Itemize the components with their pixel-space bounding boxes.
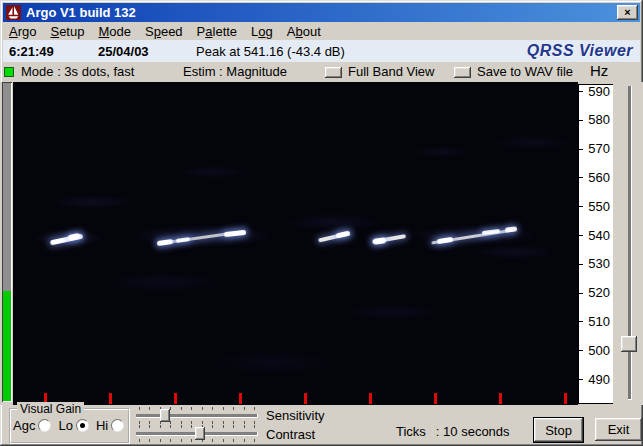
signal-trace [336, 230, 351, 238]
signal-trace [437, 237, 454, 244]
menu-item-setup[interactable]: Setup [50, 24, 84, 39]
visual-gain-groupbox: Visual Gain AgcLoHi [9, 408, 130, 444]
full-band-view-label: Full Band View [348, 64, 434, 79]
radio-label: Agc [13, 418, 35, 433]
time-tick-icon [239, 393, 242, 404]
sensitivity-thumb[interactable] [160, 409, 170, 422]
contrast-slider[interactable] [136, 425, 258, 442]
signal-level-meter [2, 82, 12, 402]
spectrogram [13, 82, 578, 405]
freq-tick [579, 293, 583, 294]
ticks-label: Ticks [396, 424, 426, 439]
freq-tick [579, 149, 583, 150]
freq-tick [579, 177, 583, 178]
radio-label: Hi [96, 418, 108, 433]
radio-button[interactable] [38, 419, 51, 432]
mode-status-row: Mode : 3s dots, fast Estim : Magnitude F… [3, 62, 640, 82]
time-tick-icon [174, 393, 177, 404]
freq-tick [579, 264, 583, 265]
freq-offset-slider[interactable] [620, 84, 638, 404]
ticks-value: : 10 seconds [436, 424, 510, 439]
menu-item-speed[interactable]: Speed [145, 24, 183, 39]
sensitivity-label: Sensitivity [266, 408, 325, 423]
time-tick-icon [499, 393, 502, 404]
radio-label: Lo [58, 418, 72, 433]
freq-tick [579, 321, 583, 322]
menu-bar: ArgoSetupModeSpeedPaletteLogAbout [3, 22, 640, 40]
time-tick-icon [369, 393, 372, 404]
signal-trace [224, 229, 246, 236]
title-bar: Argo V1 build 132 × [3, 3, 640, 22]
radio-button[interactable] [76, 419, 89, 432]
contrast-thumb[interactable] [195, 427, 205, 440]
clock: 6:21:49 [9, 44, 54, 59]
time-tick-icon [434, 393, 437, 404]
menu-item-about[interactable]: About [287, 24, 321, 39]
freq-unit-label: Hz [590, 62, 608, 79]
stop-button[interactable]: Stop [533, 417, 584, 443]
ticks-readout: Ticks: 10 seconds [396, 424, 520, 439]
freq-offset-slider-thumb[interactable] [621, 336, 637, 352]
sensitivity-ticks-top [139, 407, 255, 410]
close-button[interactable]: × [617, 5, 638, 20]
freq-tick [579, 379, 583, 380]
signal-trace [176, 237, 190, 243]
menu-item-log[interactable]: Log [251, 24, 273, 39]
freq-label: 580 [588, 113, 610, 127]
qrss-viewer-logo: QRSS Viewer [527, 42, 633, 60]
signal-trace [372, 237, 386, 244]
freq-offset-slider-track [628, 86, 632, 400]
full-band-view-checkbox[interactable] [325, 67, 342, 78]
freq-tick [579, 350, 583, 351]
status-bar: 6:21:49 25/04/03 Peak at 541.16 (-43.4 d… [3, 40, 640, 62]
main-area: 590580570560550540530520510500490 [0, 82, 643, 405]
signal-level-meter-fill [3, 291, 11, 401]
freq-tick [579, 120, 583, 121]
time-tick-icon [109, 393, 112, 404]
exit-button[interactable]: Exit [595, 418, 642, 441]
freq-tick [579, 206, 583, 207]
freq-label: 560 [588, 171, 610, 185]
freq-tick [579, 91, 583, 92]
sailboat-app-icon [6, 5, 21, 20]
radio-button[interactable] [111, 419, 124, 432]
signal-trace [505, 226, 517, 232]
freq-label: 520 [588, 286, 610, 300]
freq-label: 530 [588, 257, 610, 271]
signal-trace [157, 238, 174, 245]
activity-led-icon [4, 67, 14, 77]
save-to-wav-checkbox[interactable] [454, 67, 471, 78]
freq-tick [579, 235, 583, 236]
freq-axis: 590580570560550540530520510500490 [578, 84, 613, 404]
freq-label: 540 [588, 229, 610, 243]
freq-label: 510 [588, 315, 610, 329]
freq-label: 550 [588, 200, 610, 214]
visual-gain-options: AgcLoHi [13, 418, 124, 433]
menu-item-mode[interactable]: Mode [98, 24, 131, 39]
freq-label: 500 [588, 344, 610, 358]
window-title: Argo V1 build 132 [26, 5, 617, 20]
contrast-label: Contrast [266, 427, 315, 442]
estim-label: Estim : Magnitude [183, 64, 287, 79]
menu-item-palette[interactable]: Palette [197, 24, 237, 39]
sensitivity-slider[interactable] [136, 407, 258, 424]
argo-window: Argo V1 build 132 × ArgoSetupModeSpeedPa… [0, 0, 643, 446]
radio-hi[interactable]: Hi [96, 418, 124, 433]
peak-readout: Peak at 541.16 (-43.4 dB) [196, 44, 345, 59]
sensitivity-ticks-bottom [139, 421, 255, 424]
freq-label: 590 [588, 85, 610, 99]
time-tick-icon [564, 393, 567, 404]
freq-label: 490 [588, 373, 610, 387]
visual-gain-title: Visual Gain [17, 402, 84, 416]
freq-label: 570 [588, 142, 610, 156]
sensitivity-track [136, 414, 258, 418]
bottom-panel: Visual Gain AgcLoHi Sensitivity Contrast… [3, 405, 640, 444]
radio-agc[interactable]: Agc [13, 418, 51, 433]
menu-item-argo[interactable]: Argo [9, 24, 36, 39]
time-tick-icon [304, 393, 307, 404]
save-to-wav-label: Save to WAV file [477, 64, 573, 79]
radio-lo[interactable]: Lo [58, 418, 88, 433]
mode-label: Mode : 3s dots, fast [21, 64, 134, 79]
date: 25/04/03 [98, 44, 149, 59]
